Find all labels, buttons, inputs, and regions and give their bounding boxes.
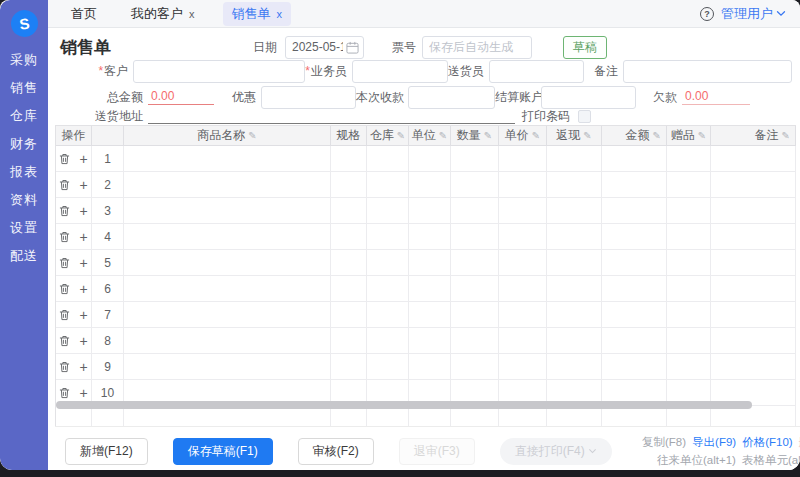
- shortcut-export[interactable]: 导出(F9): [692, 436, 736, 448]
- cell-cashback[interactable]: [547, 354, 602, 380]
- cell-warehouse[interactable]: [367, 224, 409, 250]
- tab-1[interactable]: 首页: [65, 2, 103, 26]
- cell-unit[interactable]: [409, 276, 451, 302]
- cell-product-name[interactable]: [124, 198, 331, 224]
- sidebar-item-2[interactable]: 销售: [10, 81, 38, 95]
- cell-warehouse[interactable]: [367, 354, 409, 380]
- cell-gift[interactable]: [667, 172, 711, 198]
- cell-remark[interactable]: [711, 328, 796, 354]
- sidebar-item-5[interactable]: 报表: [10, 165, 38, 179]
- add-row-icon[interactable]: +: [79, 257, 87, 269]
- cell-amount[interactable]: [602, 328, 667, 354]
- delete-row-icon[interactable]: [59, 179, 70, 191]
- cell-remark[interactable]: [711, 198, 796, 224]
- cell-quantity[interactable]: [451, 276, 499, 302]
- cell-unit[interactable]: [409, 250, 451, 276]
- cell-spec[interactable]: [331, 276, 367, 302]
- print-barcode-checkbox[interactable]: [578, 110, 591, 123]
- cell-product-name[interactable]: [124, 146, 331, 172]
- settle-account-input[interactable]: [541, 86, 636, 109]
- remark-input[interactable]: [623, 60, 792, 83]
- cell-amount[interactable]: [602, 250, 667, 276]
- cell-quantity[interactable]: [451, 172, 499, 198]
- cell-amount[interactable]: [602, 224, 667, 250]
- sidebar-item-3[interactable]: 仓库: [10, 109, 38, 123]
- shortcut-price[interactable]: 价格(F10): [742, 436, 792, 448]
- cell-remark[interactable]: [711, 172, 796, 198]
- cell-unit-price[interactable]: [499, 302, 547, 328]
- cell-gift[interactable]: [667, 276, 711, 302]
- cell-quantity[interactable]: [451, 354, 499, 380]
- tab-3[interactable]: 销售单x: [223, 2, 292, 26]
- sidebar-item-4[interactable]: 财务: [10, 137, 38, 151]
- cell-cashback[interactable]: [547, 198, 602, 224]
- cell-remark[interactable]: [711, 354, 796, 380]
- discount-input[interactable]: [261, 86, 356, 109]
- delete-row-icon[interactable]: [59, 361, 70, 373]
- cell-gift[interactable]: [667, 224, 711, 250]
- cell-unit-price[interactable]: [499, 224, 547, 250]
- cell-spec[interactable]: [331, 328, 367, 354]
- cell-gift[interactable]: [667, 302, 711, 328]
- sidebar-item-8[interactable]: 配送: [10, 249, 38, 263]
- cell-unit[interactable]: [409, 198, 451, 224]
- cell-spec[interactable]: [331, 146, 367, 172]
- cell-amount[interactable]: [602, 146, 667, 172]
- cell-warehouse[interactable]: [367, 146, 409, 172]
- cell-unit[interactable]: [409, 328, 451, 354]
- calendar-icon[interactable]: [346, 41, 359, 54]
- horizontal-scrollbar[interactable]: [56, 401, 752, 409]
- cell-remark[interactable]: [711, 146, 796, 172]
- cell-product-name[interactable]: [124, 354, 331, 380]
- cell-cashback[interactable]: [547, 302, 602, 328]
- add-row-icon[interactable]: +: [79, 361, 87, 373]
- cell-cashback[interactable]: [547, 172, 602, 198]
- tab-close-icon[interactable]: x: [277, 8, 283, 20]
- cell-warehouse[interactable]: [367, 302, 409, 328]
- cell-quantity[interactable]: [451, 328, 499, 354]
- cell-remark[interactable]: [711, 250, 796, 276]
- cell-remark[interactable]: [711, 276, 796, 302]
- cell-amount[interactable]: [602, 302, 667, 328]
- cell-product-name[interactable]: [124, 224, 331, 250]
- cell-remark[interactable]: [711, 224, 796, 250]
- cell-cashback[interactable]: [547, 146, 602, 172]
- cell-spec[interactable]: [331, 172, 367, 198]
- cell-unit-price[interactable]: [499, 198, 547, 224]
- cell-cashback[interactable]: [547, 328, 602, 354]
- cell-remark[interactable]: [711, 302, 796, 328]
- add-row-icon[interactable]: +: [79, 231, 87, 243]
- cell-unit-price[interactable]: [499, 146, 547, 172]
- cell-product-name[interactable]: [124, 172, 331, 198]
- cell-amount[interactable]: [602, 198, 667, 224]
- cell-spec[interactable]: [331, 302, 367, 328]
- delete-row-icon[interactable]: [59, 335, 70, 347]
- cell-unit-price[interactable]: [499, 276, 547, 302]
- cell-quantity[interactable]: [451, 198, 499, 224]
- cell-amount[interactable]: [602, 276, 667, 302]
- delete-row-icon[interactable]: [59, 205, 70, 217]
- cell-warehouse[interactable]: [367, 172, 409, 198]
- audit-button[interactable]: 审核(F2): [298, 438, 374, 465]
- address-input[interactable]: [148, 110, 515, 124]
- delete-row-icon[interactable]: [59, 153, 70, 165]
- help-icon[interactable]: ?: [700, 7, 714, 21]
- customer-input[interactable]: [133, 60, 305, 83]
- cell-quantity[interactable]: [451, 302, 499, 328]
- cell-gift[interactable]: [667, 328, 711, 354]
- cell-spec[interactable]: [331, 250, 367, 276]
- tab-2[interactable]: 我的客户x: [125, 2, 201, 26]
- cell-quantity[interactable]: [451, 250, 499, 276]
- cell-warehouse[interactable]: [367, 198, 409, 224]
- add-row-icon[interactable]: +: [79, 283, 87, 295]
- cell-warehouse[interactable]: [367, 276, 409, 302]
- deliverer-input[interactable]: [489, 60, 584, 83]
- cell-product-name[interactable]: [124, 302, 331, 328]
- sidebar-item-6[interactable]: 资料: [10, 193, 38, 207]
- cell-gift[interactable]: [667, 146, 711, 172]
- cell-warehouse[interactable]: [367, 328, 409, 354]
- add-row-icon[interactable]: +: [79, 205, 87, 217]
- add-row-icon[interactable]: +: [79, 153, 87, 165]
- cell-unit-price[interactable]: [499, 354, 547, 380]
- cell-gift[interactable]: [667, 250, 711, 276]
